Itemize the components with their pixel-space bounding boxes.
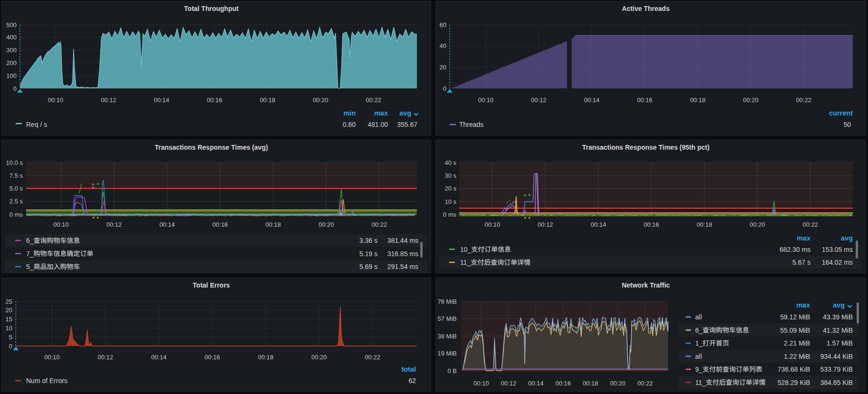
svg-text:2.21 MiB: 2.21 MiB — [784, 339, 810, 347]
svg-text:11_: 11_ — [460, 259, 471, 266]
svg-text:00:16: 00:16 — [207, 96, 223, 104]
svg-text:0: 0 — [9, 343, 12, 350]
svg-text:533.79 KiB: 533.79 KiB — [821, 365, 853, 373]
svg-text:00:12: 00:12 — [501, 380, 517, 387]
svg-text:00:12: 00:12 — [98, 354, 113, 361]
svg-text:Total Errors: Total Errors — [193, 281, 230, 289]
svg-text:736.68 KiB: 736.68 KiB — [778, 365, 811, 373]
svg-text:50: 50 — [843, 121, 851, 128]
svg-text:2.5 s: 2.5 s — [9, 198, 23, 205]
svg-text:3.36 s: 3.36 s — [359, 237, 377, 244]
svg-text:Active Threads: Active Threads — [622, 5, 670, 12]
svg-text:10 s: 10 s — [444, 198, 456, 205]
svg-text:max: max — [797, 234, 811, 242]
svg-text:5.67 s: 5.67 s — [793, 259, 811, 266]
svg-text:00:22: 00:22 — [371, 221, 387, 228]
svg-text:00:14: 00:14 — [584, 96, 600, 104]
svg-text:291.54 ms: 291.54 ms — [387, 263, 418, 270]
svg-text:934.44 KiB: 934.44 KiB — [821, 353, 853, 360]
svg-text:25: 25 — [6, 298, 12, 305]
svg-text:400: 400 — [6, 34, 17, 41]
svg-text:Num of Errors: Num of Errors — [26, 377, 67, 384]
svg-text:528.29 KiB: 528.29 KiB — [778, 379, 811, 386]
svg-text:avg: avg — [841, 234, 853, 242]
svg-text:00:20: 00:20 — [311, 354, 327, 361]
svg-text:41.32 MiB: 41.32 MiB — [823, 327, 853, 334]
svg-text:59.12 MiB: 59.12 MiB — [780, 313, 810, 321]
svg-text:Transactions Response Times (a: Transactions Response Times (avg) — [155, 144, 268, 151]
svg-text:00:10: 00:10 — [53, 221, 69, 228]
svg-text:40 s: 40 s — [444, 159, 456, 166]
svg-text:316.85 ms: 316.85 ms — [387, 250, 418, 258]
svg-text:6_: 6_ — [695, 327, 703, 334]
svg-text:20: 20 — [440, 64, 446, 71]
svg-text:max: max — [796, 301, 810, 309]
svg-text:0 ms: 0 ms — [443, 211, 457, 218]
svg-text:5.0 s: 5.0 s — [9, 185, 23, 192]
svg-text:384.65 KiB: 384.65 KiB — [821, 379, 853, 386]
svg-text:all: all — [695, 313, 702, 321]
svg-text:00:16: 00:16 — [212, 221, 228, 228]
svg-text:00:14: 00:14 — [151, 354, 167, 361]
svg-text:164.02 ms: 164.02 ms — [822, 259, 853, 266]
svg-text:min: min — [343, 109, 356, 117]
svg-text:11_: 11_ — [695, 379, 706, 386]
svg-text:38 MiB: 38 MiB — [438, 333, 457, 340]
svg-text:00:16: 00:16 — [637, 96, 653, 104]
svg-text:9_: 9_ — [695, 365, 703, 373]
svg-text:00:20: 00:20 — [743, 96, 759, 104]
svg-text:00:22: 00:22 — [796, 96, 811, 104]
svg-text:5.69 s: 5.69 s — [359, 263, 377, 270]
svg-text:avg: avg — [399, 109, 411, 117]
svg-text:00:22: 00:22 — [802, 221, 818, 228]
svg-text:500: 500 — [6, 21, 17, 29]
svg-text:00:14: 00:14 — [528, 380, 544, 387]
svg-text:00:18: 00:18 — [697, 221, 712, 228]
svg-text:43.39 MiB: 43.39 MiB — [823, 313, 853, 321]
svg-text:5: 5 — [9, 334, 12, 341]
svg-text:57 MiB: 57 MiB — [438, 315, 457, 322]
svg-text:00:12: 00:12 — [531, 96, 547, 104]
svg-text:300: 300 — [6, 47, 17, 54]
svg-text:Transactions Response Times (9: Transactions Response Times (95th pct) — [582, 144, 709, 151]
svg-text:00:10: 00:10 — [473, 380, 489, 387]
svg-text:00:14: 00:14 — [160, 221, 175, 228]
svg-text:0: 0 — [13, 85, 17, 92]
svg-text:avg: avg — [833, 301, 845, 309]
svg-text:00:16: 00:16 — [205, 354, 220, 361]
svg-text:55.09 MiB: 55.09 MiB — [780, 327, 810, 334]
svg-text:total: total — [401, 365, 416, 373]
svg-text:00:12: 00:12 — [538, 221, 553, 228]
svg-text:00:18: 00:18 — [690, 96, 706, 104]
svg-text:00:20: 00:20 — [610, 380, 626, 387]
svg-text:30 s: 30 s — [444, 172, 456, 179]
svg-text:Req / s: Req / s — [26, 121, 47, 128]
svg-text:100: 100 — [6, 72, 17, 79]
svg-text:00:10: 00:10 — [48, 96, 64, 104]
svg-text:00:16: 00:16 — [644, 221, 660, 228]
svg-text:00:20: 00:20 — [319, 221, 334, 228]
svg-text:00:10: 00:10 — [478, 96, 494, 104]
svg-text:00:14: 00:14 — [591, 221, 606, 228]
svg-text:00:20: 00:20 — [313, 96, 329, 104]
svg-text:682.30 ms: 682.30 ms — [780, 246, 811, 253]
svg-text:60: 60 — [440, 21, 446, 29]
svg-text:current: current — [829, 109, 853, 117]
svg-text:00:18: 00:18 — [583, 380, 598, 387]
svg-text:10: 10 — [6, 325, 12, 332]
svg-text:0 B: 0 B — [447, 367, 457, 375]
svg-text:5.19 s: 5.19 s — [359, 250, 377, 258]
svg-text:00:22: 00:22 — [637, 380, 653, 387]
svg-text:15: 15 — [6, 316, 12, 323]
svg-text:00:10: 00:10 — [44, 354, 60, 361]
svg-text:Total Throughput: Total Throughput — [184, 5, 239, 12]
svg-text:7.5 s: 7.5 s — [9, 172, 23, 179]
svg-text:200: 200 — [6, 59, 17, 67]
svg-text:5_: 5_ — [26, 263, 34, 270]
svg-text:1.22 MiB: 1.22 MiB — [784, 353, 810, 360]
svg-text:0 ms: 0 ms — [9, 211, 23, 218]
svg-text:10_: 10_ — [460, 246, 472, 253]
svg-text:0: 0 — [443, 85, 446, 92]
svg-text:481.00: 481.00 — [368, 121, 388, 128]
svg-text:381.44 ms: 381.44 ms — [387, 237, 418, 244]
